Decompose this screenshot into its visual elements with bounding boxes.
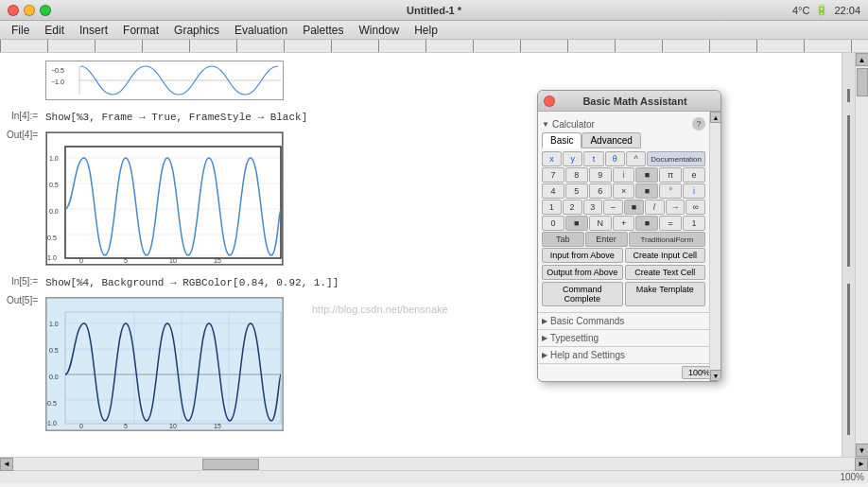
btn-output-from-above[interactable]: Output from Above: [542, 265, 623, 280]
panel-scroll-down[interactable]: ▼: [710, 370, 721, 381]
btn-placeholder-1[interactable]: ■: [635, 167, 658, 183]
btn-traditional-form[interactable]: TraditionalForm: [629, 232, 706, 247]
btn-4[interactable]: 4: [542, 183, 564, 199]
scroll-right-button[interactable]: ►: [855, 458, 868, 471]
scroll-thumb[interactable]: [857, 68, 868, 96]
btn-minus[interactable]: –: [603, 200, 623, 215]
calculator-arrow: ▼: [542, 120, 549, 129]
menu-graphics[interactable]: Graphics: [166, 22, 227, 39]
ruler-marks: [0, 40, 868, 52]
btn-theta[interactable]: θ: [605, 151, 625, 166]
tab-basic[interactable]: Basic: [542, 132, 582, 148]
btn-1[interactable]: 1: [542, 200, 562, 215]
btn-enter[interactable]: Enter: [585, 232, 628, 247]
blue-bg-sine-plot: 1.0 0.5 0.0 −0.5 −1.0 0 5 10 15: [45, 297, 284, 431]
btn-input-from-above[interactable]: Input from Above: [542, 248, 623, 263]
btn-make-template[interactable]: Make Template: [625, 282, 706, 306]
btn-placeholder-3[interactable]: ■: [624, 200, 644, 215]
panel-scroll-up[interactable]: ▲: [710, 112, 721, 123]
btn-y[interactable]: y: [563, 151, 582, 166]
btn-documentation[interactable]: Documentation: [647, 151, 705, 166]
typesetting-section: ▶ Typesetting: [538, 329, 720, 346]
btn-i[interactable]: i: [613, 167, 635, 183]
svg-text:0: 0: [79, 423, 83, 429]
time-display: 22:04: [834, 5, 860, 16]
panel-right-scroll[interactable]: ▲ ▼: [709, 112, 720, 381]
btn-x[interactable]: x: [542, 151, 562, 166]
btn-e[interactable]: e: [683, 167, 705, 183]
input-label-5: In[5]:=: [0, 274, 42, 287]
btn-N[interactable]: N: [589, 216, 612, 231]
btn-0[interactable]: 0: [542, 216, 564, 231]
vertical-scrollbar[interactable]: ▲ ▼: [855, 53, 868, 457]
output-content-5: 1.0 0.5 0.0 −0.5 −1.0 0 5 10 15: [42, 293, 842, 438]
btn-equals[interactable]: =: [659, 216, 682, 231]
scroll-left-button[interactable]: ◄: [0, 458, 13, 471]
action-buttons: Input from Above Create Input Cell Outpu…: [542, 248, 705, 306]
typesetting-header[interactable]: ▶ Typesetting: [542, 333, 717, 343]
btn-plus[interactable]: +: [613, 216, 635, 231]
svg-text:−1.0: −1.0: [46, 254, 57, 261]
menu-palettes[interactable]: Palettes: [295, 22, 351, 39]
output-label-5: Out[5]=: [0, 293, 42, 305]
btn-9[interactable]: 9: [589, 167, 612, 183]
btn-power[interactable]: ^: [626, 151, 646, 166]
btn-pi[interactable]: π: [659, 167, 682, 183]
tab-advanced[interactable]: Advanced: [582, 132, 640, 148]
menu-file[interactable]: File: [4, 22, 37, 39]
btn-placeholder-4[interactable]: ■: [565, 216, 588, 231]
btn-5[interactable]: 5: [565, 183, 588, 199]
help-settings-header[interactable]: ▶ Help and Settings: [542, 350, 717, 360]
btn-3[interactable]: 3: [583, 200, 603, 215]
btn-create-text-cell[interactable]: Create Text Cell: [625, 265, 706, 280]
btn-6[interactable]: 6: [589, 183, 612, 199]
menu-edit[interactable]: Edit: [37, 22, 72, 39]
btn-2[interactable]: 2: [563, 200, 582, 215]
minimize-button[interactable]: [24, 5, 35, 16]
h-scroll-thumb[interactable]: [202, 459, 259, 470]
btn-tab[interactable]: Tab: [542, 232, 584, 247]
btn-placeholder-5[interactable]: ■: [635, 216, 658, 231]
btn-command-complete[interactable]: Command Complete: [542, 282, 623, 306]
input-content-5: Show[%4, Background → RGBColor[0.84, 0.9…: [42, 274, 842, 291]
btn-placeholder-2[interactable]: ■: [635, 183, 658, 199]
svg-text:15: 15: [214, 423, 221, 429]
btn-arrow[interactable]: →: [666, 200, 686, 215]
panel-title: Basic Math Assistant: [555, 96, 715, 107]
btn-infinity[interactable]: ∞: [686, 200, 705, 215]
horizontal-scrollbar[interactable]: ◄ ►: [0, 457, 868, 470]
menu-evaluation[interactable]: Evaluation: [227, 22, 295, 39]
scroll-up-button[interactable]: ▲: [856, 53, 869, 66]
btn-degree[interactable]: °: [659, 183, 682, 199]
scroll-down-button[interactable]: ▼: [856, 444, 869, 457]
calc-row-2: 7 8 9 i ■ π e: [542, 167, 705, 183]
maximize-button[interactable]: [40, 5, 51, 16]
btn-create-input-cell[interactable]: Create Input Cell: [625, 248, 706, 263]
temp-display: 4°C: [792, 5, 809, 16]
calculator-header[interactable]: ▼ Calculator ?: [542, 115, 705, 132]
panel-close-button[interactable]: [544, 96, 555, 107]
help-icon[interactable]: ?: [692, 117, 705, 130]
btn-8[interactable]: 8: [565, 167, 588, 183]
basic-commands-header[interactable]: ▶ Basic Commands: [542, 316, 717, 326]
btn-t[interactable]: t: [583, 151, 603, 166]
menu-help[interactable]: Help: [407, 22, 445, 39]
calc-row-4: 1 2 3 – ■ / → ∞: [542, 200, 705, 215]
title-bar: Untitled-1 * 4°C 🔋 22:04: [0, 0, 868, 21]
svg-text:0.5: 0.5: [49, 347, 59, 354]
h-scroll-track[interactable]: [13, 458, 855, 470]
btn-1-extra[interactable]: 1: [683, 216, 705, 231]
basic-math-assistant-panel: Basic Math Assistant ▲ ▼ ▼ Calculator ? …: [537, 90, 721, 382]
panel-scroll-track[interactable]: [710, 123, 720, 370]
basic-commands-section: ▶ Basic Commands: [538, 312, 720, 329]
menu-insert[interactable]: Insert: [72, 22, 115, 39]
btn-i2[interactable]: i: [683, 183, 705, 199]
menu-format[interactable]: Format: [115, 22, 166, 39]
scroll-track[interactable]: [856, 66, 868, 444]
btn-multiply[interactable]: ×: [613, 183, 635, 199]
btn-divide[interactable]: /: [645, 200, 665, 215]
btn-7[interactable]: 7: [542, 167, 564, 183]
zoom-level: 100%: [840, 472, 864, 482]
close-button[interactable]: [8, 5, 19, 16]
menu-window[interactable]: Window: [352, 22, 408, 39]
